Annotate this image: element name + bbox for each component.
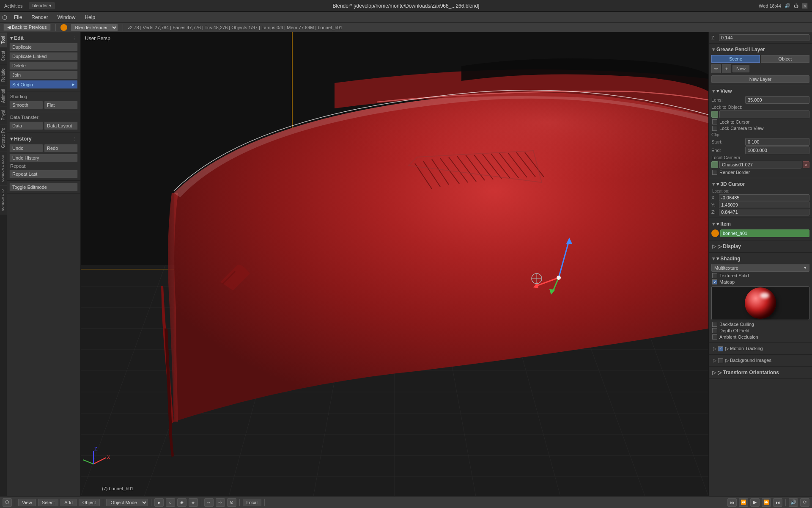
- matcap-preview[interactable]: [711, 286, 809, 320]
- backface-culling-row[interactable]: Backface Culling: [712, 322, 809, 327]
- tab-nureca1[interactable]: NURECA CTD Ad: [0, 152, 7, 186]
- cursor-x-input[interactable]: [719, 194, 809, 201]
- object-mode-select[interactable]: Object Mode Edit Mode Sculpt Mode Vertex…: [106, 499, 148, 506]
- depth-of-field-checkbox[interactable]: [712, 328, 717, 333]
- close-button[interactable]: ×: [802, 3, 808, 9]
- textured-solid-checkbox[interactable]: [712, 273, 717, 278]
- menu-help[interactable]: Help: [80, 14, 99, 21]
- redo-button[interactable]: Redo: [44, 144, 78, 152]
- data-layout-button[interactable]: Data Layout: [44, 121, 78, 130]
- grease-new-button[interactable]: New: [732, 65, 749, 72]
- lock-cursor-row[interactable]: Lock to Cursor: [712, 119, 809, 124]
- bg-images-checkbox[interactable]: [718, 358, 723, 363]
- play-end-icon[interactable]: ⏭: [773, 498, 782, 507]
- motion-tracking-header[interactable]: ▷ ▷ Motion Tracking: [711, 345, 809, 353]
- wireframe-mode-icon[interactable]: ○: [166, 498, 175, 507]
- backface-culling-checkbox[interactable]: [712, 322, 717, 327]
- repeat-last-button[interactable]: Repeat Last: [9, 170, 78, 178]
- duplicate-linked-button[interactable]: Duplicate Linked: [9, 52, 78, 61]
- history-options[interactable]: ⋮: [73, 137, 77, 141]
- render-border-row[interactable]: Render Border: [712, 170, 809, 175]
- rendered-icon[interactable]: ◉: [177, 498, 187, 507]
- tab-relatio[interactable]: Relatio: [0, 65, 7, 85]
- z-top-input[interactable]: [719, 34, 809, 41]
- depth-of-field-row[interactable]: Depth Of Field: [712, 328, 809, 333]
- sync-icon[interactable]: ⟳: [800, 498, 809, 507]
- tab-nureca2[interactable]: NURECA CTD: [0, 185, 7, 215]
- play-begin-icon[interactable]: ⏮: [727, 498, 737, 507]
- set-origin-button[interactable]: Set Origin ▸: [9, 80, 78, 89]
- pencil-icon[interactable]: ✏: [711, 64, 721, 73]
- grease-object-tab[interactable]: Object: [761, 55, 809, 63]
- blender-icon-btn[interactable]: ⬡: [3, 498, 12, 507]
- tab-creat[interactable]: Creat: [0, 47, 7, 64]
- cursor-z-input[interactable]: [719, 209, 809, 215]
- lens-input[interactable]: [745, 96, 809, 104]
- lock-camera-checkbox[interactable]: [712, 126, 717, 131]
- local-label[interactable]: Local: [243, 499, 261, 506]
- select-menu-btn[interactable]: Select: [38, 499, 59, 506]
- textured-solid-row[interactable]: Textured Solid: [712, 273, 809, 278]
- undo-history-button[interactable]: Undo History: [9, 154, 78, 162]
- menu-render[interactable]: Render: [27, 14, 52, 21]
- play-icon[interactable]: ▶: [750, 498, 760, 507]
- local-camera-input[interactable]: [719, 161, 801, 168]
- renderer-select[interactable]: Blender Render Cycles Render: [71, 24, 118, 31]
- camera-clear-button[interactable]: ×: [803, 161, 809, 168]
- add-menu-btn[interactable]: Add: [60, 499, 77, 506]
- start-input[interactable]: [745, 138, 809, 146]
- solid-mode-icon[interactable]: ●: [154, 498, 164, 507]
- cursor-3d-header[interactable]: ▾ ▾ 3D Cursor: [711, 180, 809, 188]
- viewport-3d[interactable]: User Persp: [81, 32, 708, 496]
- smooth-button[interactable]: Smooth: [9, 101, 43, 109]
- ambient-occlusion-row[interactable]: Ambient Occlusion: [712, 334, 809, 340]
- duplicate-button[interactable]: Duplicate: [9, 43, 78, 51]
- edit-section-header[interactable]: ▾ Edit ⋮: [9, 34, 78, 42]
- lock-camera-row[interactable]: Lock Camera to View: [712, 126, 809, 131]
- rendered-icon2[interactable]: ◈: [189, 498, 198, 507]
- snap-icon[interactable]: ⊹: [216, 498, 225, 507]
- transform-icon[interactable]: ↔: [204, 498, 214, 507]
- shading-right-header[interactable]: ▾ ▾ Shading: [711, 254, 809, 263]
- tab-grease-pe[interactable]: Grease Pe: [0, 124, 7, 152]
- new-layer-button[interactable]: New Layer: [711, 75, 809, 83]
- cursor-y-input[interactable]: [719, 202, 809, 208]
- plus-icon[interactable]: +: [722, 64, 731, 73]
- render-border-checkbox[interactable]: [712, 170, 717, 175]
- grease-scene-tab[interactable]: Scene: [711, 55, 760, 63]
- matcap-row[interactable]: Matcap: [712, 279, 809, 284]
- edit-section-options[interactable]: ⋮: [73, 36, 77, 41]
- matcap-checkbox[interactable]: [712, 279, 717, 284]
- power-icon[interactable]: ⏻: [794, 3, 798, 8]
- audio-ctrl-icon[interactable]: 🔊: [789, 498, 798, 507]
- multitexture-dropdown[interactable]: Multitexture ▾: [711, 264, 809, 272]
- motion-tracking-checkbox[interactable]: [718, 346, 723, 351]
- view-menu-btn[interactable]: View: [18, 499, 36, 506]
- proportional-icon[interactable]: ⊙: [227, 498, 236, 507]
- back-to-previous-button[interactable]: ◀ Back to Previous: [3, 24, 51, 31]
- menu-file[interactable]: File: [10, 14, 26, 21]
- flat-button[interactable]: Flat: [44, 101, 78, 109]
- activities-label[interactable]: Activities: [4, 3, 22, 8]
- blender-app-label[interactable]: blender ▾: [29, 2, 55, 9]
- prev-frame-icon[interactable]: ⏪: [739, 498, 748, 507]
- grease-pencil-header[interactable]: ▾ Grease Pencil Layer: [711, 45, 809, 54]
- data-button[interactable]: Data: [9, 121, 43, 130]
- end-input[interactable]: [745, 146, 809, 154]
- ambient-occlusion-checkbox[interactable]: [712, 334, 717, 340]
- join-button[interactable]: Join: [9, 71, 78, 79]
- view-section-header[interactable]: ▾ ▾ View: [711, 87, 809, 95]
- item-section-header[interactable]: ▾ ▾ Item: [711, 220, 809, 228]
- tab-animati[interactable]: Animati: [0, 85, 7, 106]
- audio-icon[interactable]: 🔊: [785, 3, 790, 8]
- next-frame-icon[interactable]: ⏩: [762, 498, 771, 507]
- lock-cursor-checkbox[interactable]: [712, 119, 717, 124]
- toggle-editmode-button[interactable]: Toggle Editmode: [9, 183, 78, 191]
- history-section-header[interactable]: ▾ History ⋮: [9, 135, 78, 143]
- delete-button[interactable]: Delete: [9, 61, 78, 70]
- display-section-header[interactable]: ▷ ▷ Display: [711, 242, 809, 251]
- item-name-input[interactable]: [720, 229, 809, 237]
- undo-button[interactable]: Undo: [9, 144, 43, 152]
- object-menu-btn[interactable]: Object: [79, 499, 100, 506]
- tab-physi[interactable]: Physi: [0, 106, 7, 124]
